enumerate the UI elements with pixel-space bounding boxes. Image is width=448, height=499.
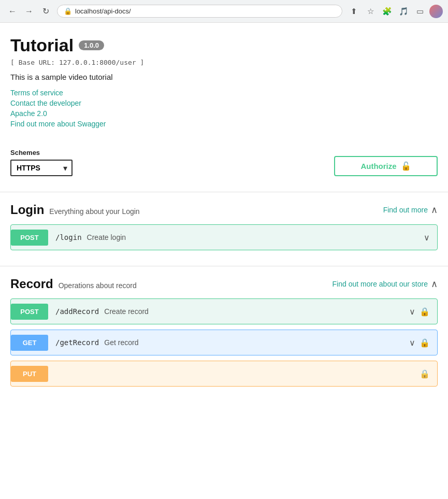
login-title-group: Login Everything about your Login <box>10 203 140 217</box>
get-record-chevron-icon: ∨ <box>409 338 415 348</box>
get-record-actions: ∨ 🔒 <box>409 338 430 348</box>
schemes-select-wrapper: HTTPS HTTP <box>10 160 73 176</box>
login-chevron-up-icon: ∧ <box>431 204 438 216</box>
reload-button[interactable]: ↻ <box>38 4 53 19</box>
record-section: Record Operations about record Find out … <box>10 266 438 402</box>
get-record-lock-icon: 🔒 <box>420 338 430 348</box>
terms-of-service-link[interactable]: Terms of service <box>10 89 438 97</box>
put-record-lock-icon: 🔒 <box>420 369 430 379</box>
split-button[interactable]: ▭ <box>413 4 427 19</box>
login-title: Login <box>10 203 44 217</box>
browser-toolbar: ⬆ ☆ 🧩 🎵 ▭ <box>346 4 443 19</box>
login-chevron-down-icon: ∨ <box>424 233 430 243</box>
add-record-chevron-icon: ∨ <box>409 307 415 317</box>
put-record-actions: 🔒 <box>420 369 430 379</box>
version-badge: 1.0.0 <box>79 40 104 50</box>
add-record-post-badge: POST <box>11 304 48 320</box>
page-content: Tutorial 1.0.0 [ Base URL: 127.0.0.1:800… <box>0 23 448 415</box>
login-endpoint-actions: ∨ <box>424 233 430 243</box>
extensions-button[interactable]: 🧩 <box>380 4 394 19</box>
share-button[interactable]: ⬆ <box>346 4 361 19</box>
add-record-lock-icon: 🔒 <box>420 307 430 317</box>
url-text: localhost/api-docs/ <box>75 7 336 15</box>
login-summary: Create login <box>87 233 424 241</box>
login-section: Login Everything about your Login Find o… <box>10 192 438 266</box>
schemes-authorize-row: Schemes HTTPS HTTP Authorize 🔓 <box>10 144 438 181</box>
contact-developer-link[interactable]: Contact the developer <box>10 99 438 107</box>
schemes-block: Schemes HTTPS HTTP <box>10 149 73 176</box>
app-description: This is a sample video tutorial <box>10 73 438 81</box>
links-section: Terms of service Contact the developer A… <box>10 89 438 128</box>
authorize-label: Authorize <box>360 162 396 170</box>
base-url: [ Base URL: 127.0.0.1:8000/user ] <box>10 59 438 66</box>
login-section-header: Login Everything about your Login Find o… <box>10 203 438 217</box>
record-chevron-up-icon: ∧ <box>431 278 438 290</box>
record-description: Operations about record <box>59 281 137 290</box>
add-record-actions: ∨ 🔒 <box>409 307 430 317</box>
post-badge: POST <box>11 230 48 246</box>
login-description: Everything about your Login <box>49 207 139 216</box>
login-post-endpoint[interactable]: POST /login Create login ∨ <box>10 224 438 250</box>
bookmark-button[interactable]: ☆ <box>363 4 378 19</box>
schemes-label: Schemes <box>10 149 73 156</box>
nav-buttons: ← → ↻ <box>5 4 53 19</box>
address-bar[interactable]: 🔒 localhost/api-docs/ <box>57 5 342 18</box>
browser-chrome: ← → ↻ 🔒 localhost/api-docs/ ⬆ ☆ 🧩 🎵 ▭ <box>0 0 448 23</box>
record-find-out-more-text: Find out more about our store <box>333 280 428 288</box>
login-find-out-more[interactable]: Find out more ∧ <box>383 204 438 216</box>
header-section: Tutorial 1.0.0 [ Base URL: 127.0.0.1:800… <box>10 35 438 128</box>
put-record-badge: PUT <box>11 366 48 382</box>
avatar <box>429 5 443 18</box>
add-record-summary: Create record <box>104 307 409 316</box>
add-record-path: /addRecord <box>55 307 99 316</box>
app-title: Tutorial <box>10 35 74 55</box>
schemes-select[interactable]: HTTPS HTTP <box>10 160 73 176</box>
record-section-header: Record Operations about record Find out … <box>10 277 438 291</box>
login-path: /login <box>55 233 82 241</box>
login-find-out-more-text: Find out more <box>383 206 428 214</box>
record-find-out-more[interactable]: Find out more about our store ∧ <box>333 278 438 290</box>
add-record-post-endpoint[interactable]: POST /addRecord Create record ∨ 🔒 <box>10 298 438 324</box>
record-title: Record <box>10 277 53 291</box>
authorize-button[interactable]: Authorize 🔓 <box>334 156 438 176</box>
title-row: Tutorial 1.0.0 <box>10 35 438 55</box>
back-button[interactable]: ← <box>5 4 20 19</box>
get-record-endpoint[interactable]: GET /getRecord Get record ∨ 🔒 <box>10 330 438 355</box>
media-button[interactable]: 🎵 <box>396 4 411 19</box>
lock-icon: 🔓 <box>401 161 411 171</box>
swagger-link[interactable]: Find out more about Swagger <box>10 120 438 128</box>
record-title-group: Record Operations about record <box>10 277 137 291</box>
get-record-summary: Get record <box>104 338 409 347</box>
get-record-badge: GET <box>11 335 48 351</box>
put-record-endpoint[interactable]: PUT 🔒 <box>10 361 438 387</box>
get-record-path: /getRecord <box>55 338 99 347</box>
license-link[interactable]: Apache 2.0 <box>10 109 438 118</box>
forward-button[interactable]: → <box>22 4 36 19</box>
